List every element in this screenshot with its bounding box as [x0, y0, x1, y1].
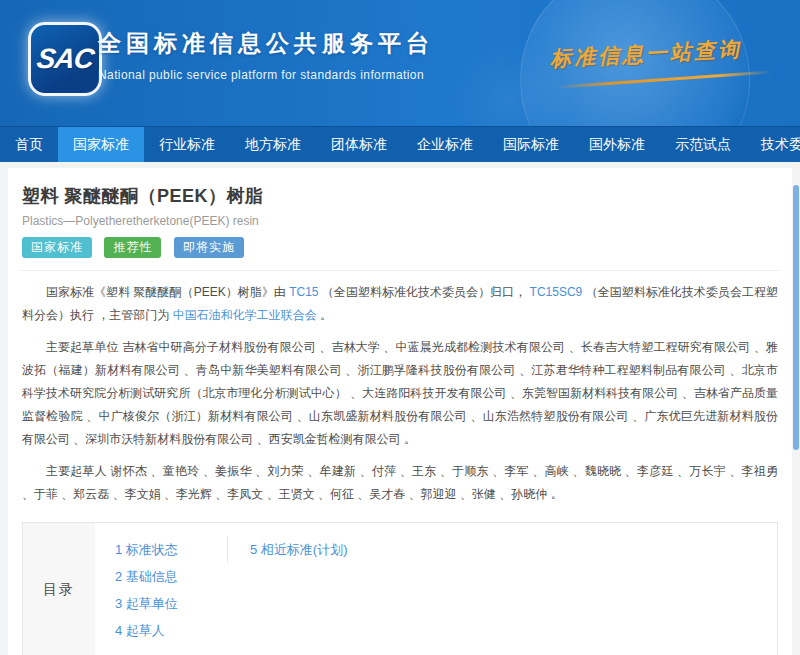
nav-item[interactable]: 首页: [0, 127, 58, 162]
sac-logo-text: SAC: [35, 43, 96, 75]
site-title: 全国标准信息公共服务平台: [98, 28, 434, 59]
scrollbar-track[interactable]: [792, 163, 800, 655]
para-segment: 主要起草单位 吉林省中研高分子材料股份有限公司 、吉林大学 、中蓝晨光成都检测技…: [22, 340, 778, 446]
toc-label: 目录: [23, 523, 95, 655]
standard-title-cn: 塑料 聚醚醚酮（PEEK）树脂: [22, 184, 778, 208]
status-badge: 国家标准: [22, 237, 92, 258]
toc-column-2: 5 相近标准(计划): [227, 536, 348, 563]
toc-link[interactable]: 3 起草单位: [115, 590, 227, 617]
status-badge: 推荐性: [104, 237, 161, 258]
paragraph-drafters: 主要起草人 谢怀杰 、童艳玲 、姜振华 、刘力荣 、牟建新 、付萍 、王东 、于…: [22, 460, 778, 506]
paragraph-drafting-units: 主要起草单位 吉林省中研高分子材料股份有限公司 、吉林大学 、中蓝晨光成都检测技…: [22, 336, 778, 451]
toc-column-1: 1 标准状态 2 基础信息 3 起草单位 4 起草人: [95, 536, 227, 644]
standard-title-en: Plastics—Polyetheretherketone(PEEK) resi…: [22, 214, 778, 228]
para-segment: 主要起草人 谢怀杰 、童艳玲 、姜振华 、刘力荣 、牟建新 、付萍 、王东 、于…: [22, 464, 778, 501]
toc-link[interactable]: 4 起草人: [115, 617, 227, 644]
standard-detail-card: 塑料 聚醚醚酮（PEEK）树脂 Plastics—Polyetheretherk…: [8, 168, 792, 655]
nav-item[interactable]: 国外标准: [574, 127, 660, 162]
nav-item[interactable]: 企业标准: [402, 127, 488, 162]
para-segment[interactable]: TC15: [289, 285, 318, 299]
nav-item[interactable]: 地方标准: [230, 127, 316, 162]
toc-link[interactable]: 2 基础信息: [115, 563, 227, 590]
nav-item[interactable]: 国家标准: [58, 127, 144, 162]
nav-item[interactable]: 示范试点: [660, 127, 746, 162]
scrollbar-thumb[interactable]: [793, 185, 799, 450]
nav-item[interactable]: 团体标准: [316, 127, 402, 162]
nav-item[interactable]: 国际标准: [488, 127, 574, 162]
para-segment: 国家标准《塑料 聚醚醚酮（PEEK）树脂》由: [46, 285, 286, 299]
toc-link[interactable]: 1 标准状态: [115, 536, 227, 563]
site-subtitle: National public service platform for sta…: [98, 68, 434, 82]
para-segment: 。: [320, 308, 332, 322]
toc-body: 1 标准状态 2 基础信息 3 起草单位 4 起草人 5 相近标准(计划): [95, 523, 348, 655]
paragraph-governance: 国家标准《塑料 聚醚醚酮（PEEK）树脂》由 TC15 （全国塑料标准化技术委员…: [22, 281, 778, 327]
main-nav: 首页 国家标准 行业标准 地方标准 团体标准 企业标准 国际标准 国外标准 示范…: [0, 126, 800, 162]
para-segment[interactable]: TC15SC9: [530, 285, 583, 299]
site-header: SAC 全国标准信息公共服务平台 National public service…: [0, 0, 800, 126]
sac-logo[interactable]: SAC: [28, 22, 102, 96]
site-title-block: 全国标准信息公共服务平台 National public service pla…: [98, 28, 434, 82]
nav-item[interactable]: 技术委员会: [746, 127, 800, 162]
badge-row: 国家标准 推荐性 即将实施: [22, 237, 778, 258]
status-badge: 即将实施: [174, 237, 244, 258]
para-segment: （全国塑料标准化技术委员会）归口，: [322, 285, 526, 299]
nav-item[interactable]: 行业标准: [144, 127, 230, 162]
toc-box: 目录 1 标准状态 2 基础信息 3 起草单位 4 起草人 5 相近标准(计划): [22, 522, 778, 655]
divider: [20, 270, 780, 271]
para-segment[interactable]: 中国石油和化学工业联合会: [173, 308, 317, 322]
toc-link[interactable]: 5 相近标准(计划): [250, 536, 348, 563]
